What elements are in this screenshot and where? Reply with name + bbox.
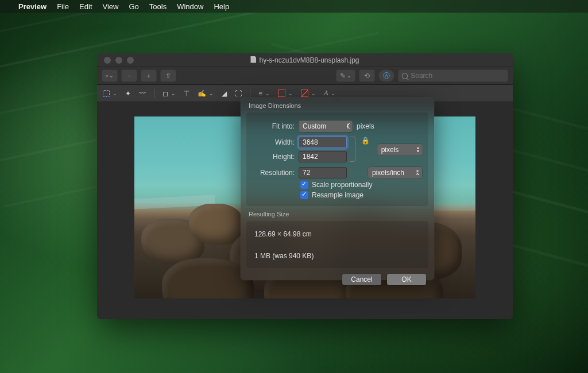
resample-image-checkbox[interactable] — [300, 191, 308, 199]
separator — [154, 89, 154, 98]
app-menu[interactable]: Preview — [18, 2, 47, 11]
height-label: Height: — [252, 153, 295, 161]
adjust-size-tool[interactable]: ⛶ — [235, 90, 242, 98]
line-style-tool[interactable]: ≡⌄ — [258, 90, 270, 98]
image-dimensions-heading: Image Dimensions — [241, 98, 434, 112]
menu-edit[interactable]: Edit — [79, 2, 92, 11]
height-field[interactable] — [299, 151, 347, 162]
menu-file[interactable]: File — [57, 2, 69, 11]
scale-proportionally-checkbox[interactable] — [300, 181, 308, 189]
fit-into-label: Fit into: — [252, 122, 295, 130]
menu-tools[interactable]: Tools — [149, 2, 167, 11]
file-icon — [250, 56, 256, 63]
resulting-size-heading: Resulting Size — [241, 206, 434, 221]
search-field[interactable] — [398, 69, 508, 82]
ok-button[interactable]: OK — [387, 274, 426, 285]
search-icon — [402, 73, 408, 79]
instant-alpha-tool[interactable]: ✦ — [125, 90, 131, 98]
image-dimensions-group: Fit into: Custom pixels Width: Height: 🔒… — [246, 112, 428, 206]
menu-go[interactable]: Go — [129, 2, 138, 11]
width-field[interactable] — [299, 137, 347, 148]
window-minimize-button[interactable] — [115, 57, 122, 64]
dimension-unit-select[interactable]: pixels — [377, 144, 423, 156]
lock-icon[interactable]: 🔒 — [361, 137, 370, 145]
separator — [250, 89, 250, 98]
window-title: hy-s-nczu1dvM8B8-unsplash.jpg — [97, 56, 513, 64]
cancel-button[interactable]: Cancel — [342, 274, 381, 285]
search-input[interactable] — [411, 72, 504, 80]
rotate-button[interactable]: ⟲ — [359, 69, 375, 82]
shapes-tool[interactable]: ◻⌄ — [163, 90, 176, 98]
share-button[interactable]: ⇧ — [160, 69, 176, 82]
resolution-label: Resolution: — [252, 169, 295, 177]
markup-pencil-button[interactable]: ✎⌄ — [336, 69, 355, 82]
fit-into-unit: pixels — [357, 122, 374, 130]
selection-tool[interactable]: ⌄ — [103, 90, 117, 97]
window-toolbar: ▫⌄ － ＋ ⇧ ✎⌄ ⟲ Ⓐ — [97, 67, 513, 85]
markup-toggle-button[interactable]: Ⓐ — [378, 69, 394, 82]
resulting-dimensions: 128.69 × 64.98 cm — [252, 227, 423, 239]
sketch-tool[interactable]: 〰 — [139, 90, 146, 98]
menu-view[interactable]: View — [103, 2, 119, 11]
window-zoom-button[interactable] — [127, 57, 134, 64]
window-filename: hy-s-nczu1dvM8B8-unsplash.jpg — [259, 56, 359, 64]
resulting-filesize: 1 MB (was 940 KB) — [252, 248, 423, 261]
menu-help[interactable]: Help — [214, 2, 229, 11]
sidebar-toggle-button[interactable]: ▫⌄ — [102, 69, 118, 82]
resulting-size-group: 128.69 × 64.98 cm 1 MB (was 940 KB) — [246, 221, 428, 268]
text-tool[interactable]: ⊤ — [184, 90, 189, 98]
sign-tool[interactable]: ✍⌄ — [198, 90, 214, 98]
zoom-out-button[interactable]: － — [121, 69, 137, 82]
border-color-tool[interactable]: ⌄ — [278, 90, 293, 97]
resample-image-label: Resample image — [312, 191, 363, 199]
link-bracket-icon — [350, 137, 355, 162]
fill-color-tool[interactable]: ⌄ — [301, 90, 316, 97]
window-close-button[interactable] — [104, 57, 111, 64]
scale-proportionally-label: Scale proportionally — [312, 181, 372, 189]
zoom-in-button[interactable]: ＋ — [141, 69, 157, 82]
adjust-size-popover: Image Dimensions Fit into: Custom pixels… — [241, 98, 434, 280]
menu-window[interactable]: Window — [177, 2, 203, 11]
width-label: Width: — [252, 138, 295, 146]
fit-into-select[interactable]: Custom — [299, 121, 353, 132]
window-titlebar[interactable]: hy-s-nczu1dvM8B8-unsplash.jpg — [97, 53, 513, 67]
resolution-unit-select[interactable]: pixels/inch — [368, 167, 422, 178]
resolution-field[interactable] — [299, 167, 347, 178]
macos-menubar: Preview File Edit View Go Tools Window H… — [0, 0, 588, 13]
adjust-color-tool[interactable]: ◢ — [222, 90, 227, 98]
